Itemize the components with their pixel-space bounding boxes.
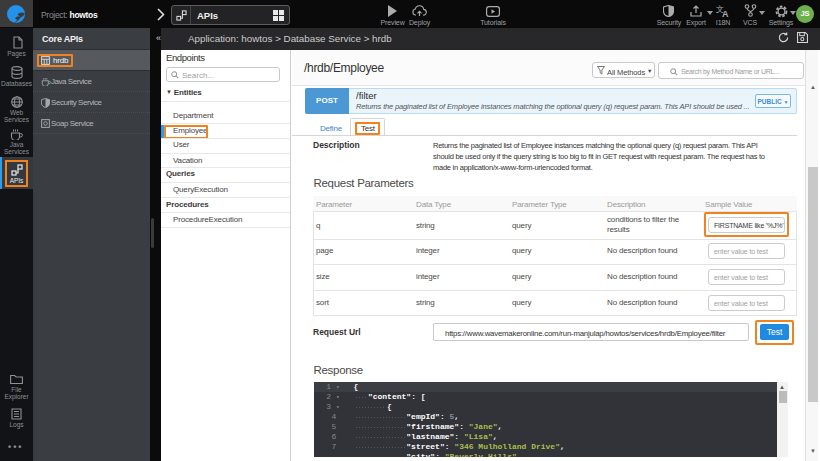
svg-text:A: A (722, 9, 729, 18)
